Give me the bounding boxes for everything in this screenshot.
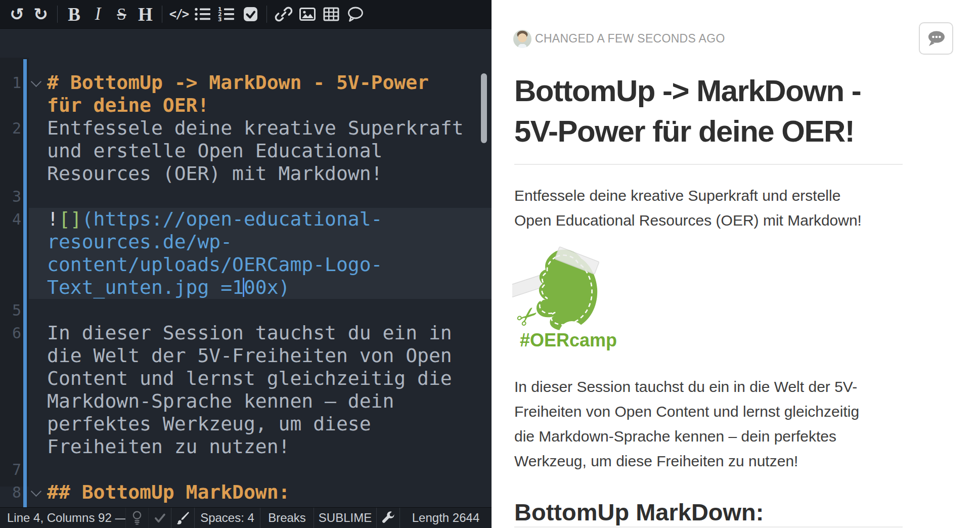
- code-text: ## BottomUp MarkDown:: [47, 481, 290, 504]
- comment-dots-icon: [925, 28, 947, 49]
- list-ul-icon: [193, 5, 212, 24]
- heading-icon: H: [138, 4, 153, 25]
- redo-button[interactable]: ↻: [29, 0, 53, 28]
- editor-row[interactable]: für deine OER!: [0, 94, 492, 117]
- toolbar-separator: [162, 6, 162, 23]
- bold-button[interactable]: B: [62, 0, 86, 28]
- line-number: 8: [0, 481, 21, 504]
- brush-icon: [176, 511, 190, 525]
- last-changed-label: CHANGED A FEW SECONDS AGO: [535, 32, 725, 46]
- undo-button[interactable]: ↺: [5, 0, 29, 28]
- fold-chevron-icon[interactable]: [31, 76, 41, 87]
- section-divider: [514, 526, 903, 527]
- toolbar-separator: [266, 6, 267, 23]
- image-icon: [298, 5, 317, 24]
- table-icon: [322, 5, 341, 24]
- section-heading: BottomUp MarkDown:: [514, 498, 764, 526]
- code-text: Content und lernst gleichzeitig die: [47, 367, 452, 390]
- editor-row[interactable]: perfektes Werkzeug, um diese: [0, 413, 492, 435]
- link-button[interactable]: [272, 0, 295, 28]
- code-text: die Welt der 5V-Freiheiten von Open: [47, 344, 452, 367]
- editor-row[interactable]: 3: [0, 185, 492, 208]
- image-button[interactable]: [295, 0, 319, 28]
- line-number: 2: [0, 117, 21, 140]
- editor-row[interactable]: 1# BottomUp -> MarkDown - 5V-Power: [0, 71, 492, 94]
- editor-row[interactable]: und erstelle Open Educational: [0, 140, 492, 162]
- strikethrough-icon: S: [117, 5, 126, 24]
- editor-row[interactable]: Freiheiten zu nutzen!: [0, 435, 492, 458]
- checkbox-icon: [241, 5, 260, 24]
- indent-setting[interactable]: Spaces: 4: [194, 508, 260, 528]
- lightbulb-icon: [129, 510, 145, 526]
- italic-button[interactable]: I: [86, 0, 110, 28]
- keymap-setting[interactable]: SUBLIME: [314, 508, 376, 528]
- code-text: Text_unten.jpg =100x): [47, 276, 290, 299]
- unordered-list-button[interactable]: [191, 0, 214, 28]
- code-text: In dieser Session tauchst du ein in: [47, 322, 452, 344]
- line-number: 5: [0, 299, 21, 322]
- code-icon: </>: [169, 7, 188, 21]
- editor-row[interactable]: 9: [0, 504, 492, 507]
- editor-row[interactable]: Content und lernst gleichzeitig die: [0, 367, 492, 390]
- doc-length: Length 2644: [399, 508, 492, 528]
- editor-row[interactable]: resources.de/wp-: [0, 231, 492, 253]
- undo-icon: ↺: [10, 6, 24, 23]
- paragraph-text: In dieser Session tauchst du ein in die …: [514, 374, 919, 399]
- lightbulb-toggle[interactable]: [125, 508, 148, 528]
- code-text: # BottomUp -> MarkDown - 5V-Power: [47, 71, 429, 94]
- avatar[interactable]: [513, 30, 531, 48]
- svg-text:3: 3: [218, 16, 222, 23]
- page-title: BottomUp -> MarkDown -: [514, 71, 924, 111]
- brush-toggle[interactable]: [171, 508, 194, 528]
- editor-scrollbar[interactable]: [481, 73, 487, 143]
- editor-row[interactable]: Markdown-Sprache kennen – dein: [0, 390, 492, 413]
- list-ol-icon: 123: [217, 5, 236, 24]
- fold-chevron-icon[interactable]: [31, 486, 41, 497]
- editor-row[interactable]: 8## BottomUp MarkDown:: [0, 481, 492, 504]
- paragraph-text: Entfessele deine kreative Superkraft und…: [514, 183, 919, 208]
- paragraph-text: die Markdown-Sprache kennen – dein perfe…: [514, 424, 919, 449]
- table-button[interactable]: [319, 0, 343, 28]
- editor-pane: ↺↻BISH</> 123 1# BottomUp -> MarkDown - …: [0, 0, 492, 528]
- editor-row[interactable]: 4![](https://open-educational-: [0, 208, 492, 231]
- comments-panel-button[interactable]: [919, 22, 953, 55]
- editor-row[interactable]: 7: [0, 458, 492, 481]
- toolbar-separator: [57, 6, 58, 23]
- editor-row[interactable]: Resources (OER) mit Markdown!: [0, 162, 492, 185]
- code-text: ![](https://open-educational-: [47, 208, 382, 231]
- editor-row[interactable]: 6In dieser Session tauchst du ein in: [0, 322, 492, 344]
- editor-row[interactable]: die Welt der 5V-Freiheiten von Open: [0, 344, 492, 367]
- code-text: Freiheiten zu nutzen!: [47, 435, 290, 458]
- code-button[interactable]: </>: [167, 0, 191, 28]
- italic-icon: I: [95, 4, 101, 24]
- editor-toolbar: ↺↻BISH</> 123: [0, 0, 492, 29]
- editor-row[interactable]: 2Entfessele deine kreative Superkraft: [0, 117, 492, 140]
- wrench-settings[interactable]: [376, 508, 399, 528]
- code-text: für deine OER!: [47, 94, 209, 117]
- wrench-icon: [381, 511, 395, 525]
- line-number: 7: [0, 458, 21, 481]
- title-divider: [514, 164, 903, 165]
- ordered-list-button[interactable]: 123: [214, 0, 238, 28]
- line-number: 6: [0, 322, 21, 344]
- comment-icon: [345, 5, 365, 24]
- comment-button[interactable]: [343, 0, 367, 28]
- code-text: und erstelle Open Educational: [47, 140, 382, 162]
- linebreak-setting[interactable]: Breaks: [260, 508, 314, 528]
- strikethrough-button[interactable]: S: [110, 0, 133, 28]
- editor-row[interactable]: 5: [0, 299, 492, 322]
- spellcheck-toggle[interactable]: [148, 508, 171, 528]
- line-number: 4: [0, 208, 21, 231]
- checklist-button[interactable]: [238, 0, 262, 28]
- editor-row[interactable]: Text_unten.jpg =100x): [0, 276, 492, 299]
- link-icon: [274, 5, 293, 24]
- preview-pane: CHANGED A FEW SECONDS AGO: [492, 0, 980, 528]
- oercamp-logo-text: #OERcamp: [520, 330, 617, 351]
- code-editor[interactable]: 1# BottomUp -> MarkDown - 5V-Powerfür de…: [0, 29, 492, 507]
- editor-row[interactable]: content/uploads/OERCamp-Logo-: [0, 253, 492, 276]
- code-text: Entfessele deine kreative Superkraft: [47, 117, 464, 140]
- code-text: Resources (OER) mit Markdown!: [47, 162, 382, 185]
- paragraph-text: Freiheiten von Open Content und lernst g…: [514, 399, 919, 424]
- heading-button[interactable]: H: [133, 0, 157, 28]
- line-number: 1: [0, 71, 21, 94]
